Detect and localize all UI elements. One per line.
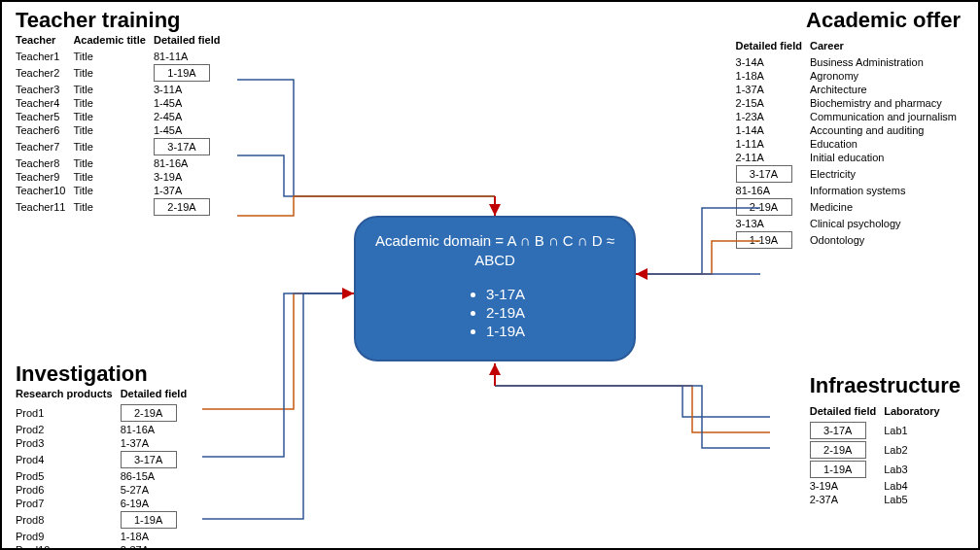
table-row: 2-37ALab5 <box>810 493 948 506</box>
table-row: 1-11AEducation <box>736 137 964 151</box>
table-row: Teacher7Title3-17A <box>16 137 228 156</box>
table-row: Prod43-17A <box>16 450 194 469</box>
table-row: 2-15ABiochemistry and pharmacy <box>736 96 964 110</box>
section-title-academic-offer: Academic offer <box>736 8 964 33</box>
table-cell: 3-17A <box>154 137 228 156</box>
table-cell: Title <box>73 137 154 156</box>
table-cell: 2-19A <box>810 440 884 460</box>
table-cell: Teacher4 <box>16 96 73 110</box>
table-cell: Medicine <box>810 197 964 217</box>
table-cell: 86-15A <box>121 469 194 483</box>
academic-offer-block: Academic offer Detailed field Career 3-1… <box>736 8 964 250</box>
table-row: Prod65-27A <box>16 483 194 497</box>
table-cell: Title <box>73 184 154 197</box>
col-detailed-field: Detailed field <box>736 39 810 55</box>
table-cell: Electricity <box>810 164 964 184</box>
table-cell: 2-19A <box>736 197 810 217</box>
highlighted-field: 3-17A <box>736 165 792 183</box>
table-row: Prod281-16A <box>16 423 194 436</box>
table-cell: Prod5 <box>16 469 121 483</box>
table-row: Teacher2Title1-19A <box>16 63 228 83</box>
table-cell: 3-17A <box>810 421 884 440</box>
section-title-teacher-training: Teacher training <box>16 8 228 33</box>
diagram-stage: Teacher training Teacher Academic title … <box>0 0 980 550</box>
col-detailed-field: Detailed field <box>154 33 228 50</box>
table-cell: 6-19A <box>121 497 194 510</box>
table-row: Prod81-19A <box>16 510 194 530</box>
table-row: 1-19AOdontology <box>736 230 964 250</box>
table-row: Prod31-37A <box>16 436 194 450</box>
table-row: Teacher11Title2-19A <box>16 197 228 217</box>
table-cell: Agronomy <box>810 69 964 83</box>
table-row: 81-16AInformation systems <box>736 184 964 197</box>
table-cell: Lab5 <box>884 493 947 506</box>
table-cell: 1-37A <box>154 184 228 197</box>
table-row: Teacher5Title2-45A <box>16 110 228 123</box>
table-cell: Teacher11 <box>16 197 73 217</box>
table-row: Teacher4Title1-45A <box>16 96 228 110</box>
highlighted-field: 1-19A <box>121 511 177 529</box>
table-cell: Business Administration <box>810 55 964 69</box>
table-cell: 2-45A <box>154 110 228 123</box>
table-row: 1-37AArchitecture <box>736 83 964 96</box>
infrastructure-block: Infraestructure Detailed field Laborator… <box>810 373 964 506</box>
table-row: Prod586-15A <box>16 469 194 483</box>
table-cell: Communication and journalism <box>810 110 964 123</box>
table-cell: Prod4 <box>16 450 121 469</box>
table-row: 2-19ALab2 <box>810 440 948 460</box>
table-cell: 3-13A <box>736 217 810 230</box>
table-cell: 3-19A <box>154 170 228 184</box>
center-line2: ABCD <box>373 251 616 270</box>
table-cell: 1-45A <box>154 96 228 110</box>
table-cell: Prod8 <box>16 510 121 530</box>
table-cell: Lab4 <box>884 479 947 493</box>
table-cell: Prod1 <box>16 403 121 423</box>
table-cell: 3-11A <box>154 83 228 96</box>
infrastructure-table: Detailed field Laboratory 3-17ALab12-19A… <box>810 404 948 506</box>
col-laboratory: Laboratory <box>884 404 947 421</box>
table-cell: Clinical psychology <box>810 217 964 230</box>
table-cell: 1-23A <box>736 110 810 123</box>
teacher-training-block: Teacher training Teacher Academic title … <box>16 8 228 217</box>
table-cell: Teacher9 <box>16 170 73 184</box>
table-cell: 2-11A <box>736 151 810 164</box>
table-row: 3-19ALab4 <box>810 479 948 493</box>
table-cell: 1-14A <box>736 123 810 137</box>
table-row: Prod12-19A <box>16 403 194 423</box>
table-cell: Title <box>73 110 154 123</box>
table-cell: Teacher1 <box>16 50 73 63</box>
table-cell: 2-19A <box>154 197 228 217</box>
teacher-training-table: Teacher Academic title Detailed field Te… <box>16 33 228 217</box>
col-academic-title: Academic title <box>73 33 154 50</box>
col-detailed-field: Detailed field <box>121 387 194 403</box>
table-cell: 1-18A <box>736 69 810 83</box>
table-cell: Teacher5 <box>16 110 73 123</box>
table-cell: Prod10 <box>16 543 121 550</box>
table-cell: 3-19A <box>810 479 884 493</box>
table-cell: Odontology <box>810 230 964 250</box>
table-cell: Prod3 <box>16 436 121 450</box>
table-cell: Teacher7 <box>16 137 73 156</box>
academic-domain-box: Academic domain = A ∩ B ∩ C ∩ D ≈ ABCD 3… <box>354 216 636 361</box>
highlighted-field: 2-19A <box>154 198 210 216</box>
table-cell: 5-27A <box>121 483 194 497</box>
highlighted-field: 2-19A <box>121 404 177 422</box>
table-cell: 3-17A <box>121 450 194 469</box>
table-cell: Title <box>73 83 154 96</box>
table-row: 1-23ACommunication and journalism <box>736 110 964 123</box>
table-cell: Initial education <box>810 151 964 164</box>
col-career: Career <box>810 39 964 55</box>
table-row: Prod91-18A <box>16 530 194 543</box>
center-list-item: 3-17A <box>486 286 525 302</box>
table-cell: Title <box>73 170 154 184</box>
table-row: Teacher10Title1-37A <box>16 184 228 197</box>
table-cell: Teacher10 <box>16 184 73 197</box>
table-row: 3-13AClinical psychology <box>736 217 964 230</box>
table-cell: 3-14A <box>736 55 810 69</box>
table-cell: 2-37A <box>121 543 194 550</box>
table-cell: Teacher6 <box>16 123 73 137</box>
table-cell: 1-19A <box>121 510 194 530</box>
table-cell: Lab1 <box>884 421 947 440</box>
table-row: Teacher3Title3-11A <box>16 83 228 96</box>
table-cell: 2-37A <box>810 493 884 506</box>
